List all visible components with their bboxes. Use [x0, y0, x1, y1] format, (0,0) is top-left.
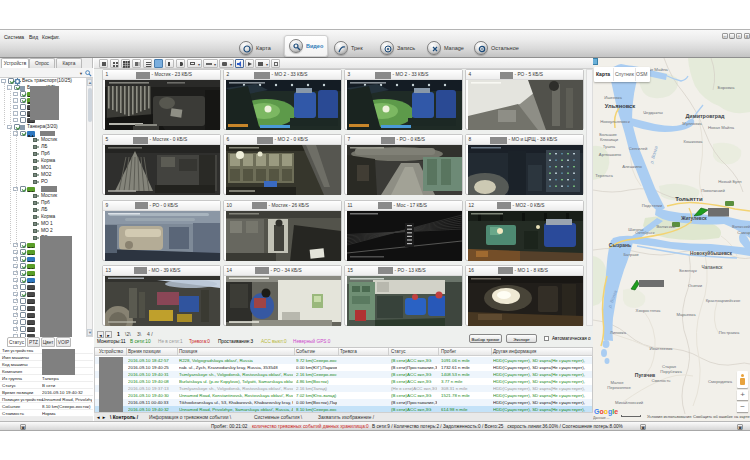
svg-text:Тольятти: Тольятти	[675, 196, 703, 202]
svg-text:Осинки: Осинки	[688, 283, 703, 288]
svg-text:Порубежка: Порубежка	[660, 369, 682, 374]
svg-text:Жигулевск: Жигулевск	[680, 216, 707, 221]
svg-text:Пестравка: Пестравка	[719, 330, 740, 335]
svg-text:Безенчук: Безенчук	[679, 268, 697, 273]
svg-text:Алешкино: Алешкино	[622, 164, 642, 169]
svg-text:Сенгилей: Сенгилей	[629, 146, 648, 151]
svg-text:Красноармейское: Красноармейское	[706, 298, 741, 303]
svg-text:Марьевка: Марьевка	[676, 312, 696, 317]
svg-text:Сызрань: Сызрань	[609, 242, 631, 248]
svg-text:Михайловский: Михайловский	[615, 400, 644, 405]
svg-text:Подстепки: Подстепки	[642, 203, 663, 208]
svg-text:Новоульяновск: Новоульяновск	[600, 119, 630, 124]
svg-text:Тереньга: Тереньга	[595, 173, 613, 178]
svg-text:Ульяновск: Ульяновск	[605, 103, 636, 109]
svg-text:Смородинка: Смородинка	[708, 379, 733, 384]
svg-text:Димитровград: Димитровград	[686, 113, 726, 119]
svg-text:Артюшкино: Артюшкино	[599, 152, 622, 157]
svg-text:Новая Майна: Новая Майна	[708, 125, 735, 130]
svg-text:Кошковка: Кошковка	[684, 139, 703, 144]
svg-text:Смелость: Смелость	[651, 378, 671, 383]
svg-text:Боровка: Боровка	[718, 85, 736, 90]
svg-text:Хворостянка: Хворостянка	[636, 308, 661, 313]
svg-text:Тушна: Тушна	[603, 144, 616, 149]
svg-text:Самар: Самар	[737, 230, 750, 235]
svg-text:Волжский: Волжский	[657, 224, 677, 229]
svg-text:Батраки: Батраки	[623, 252, 638, 257]
svg-text:Октябрьск: Октябрьск	[635, 230, 655, 235]
svg-text:Поволжский: Поволжский	[701, 188, 725, 193]
svg-text:Ивантеевка: Ивантеевка	[650, 346, 674, 351]
svg-text:Чапаевск: Чапаевск	[702, 265, 724, 270]
svg-text:Новый Буян: Новый Буян	[718, 179, 742, 184]
svg-text:Ишеевка: Ишеевка	[604, 95, 622, 100]
svg-text:Чердаклы: Чердаклы	[643, 110, 662, 115]
svg-text:Мулловка: Мулловка	[682, 121, 702, 126]
svg-text:Новокуйбышевск: Новокуйбышевск	[690, 250, 732, 256]
svg-text:Волжский: Волжский	[732, 224, 750, 229]
svg-text:Липовка: Липовка	[610, 330, 627, 335]
svg-text:Ключищи: Ключищи	[600, 137, 619, 142]
svg-text:Перекопное: Перекопное	[607, 385, 631, 390]
